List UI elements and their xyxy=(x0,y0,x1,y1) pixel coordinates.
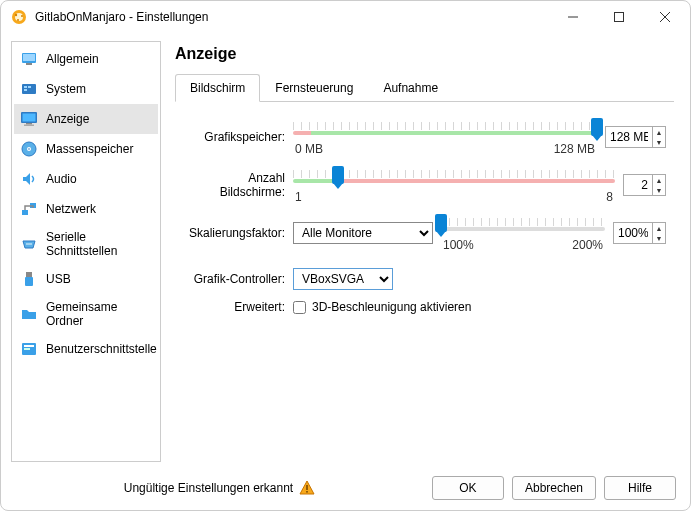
window-title: GitlabOnManjaro - Einstellungen xyxy=(35,10,550,24)
sidebar-item-general[interactable]: Allgemein xyxy=(14,44,158,74)
graphics-controller-select[interactable]: VBoxSVGA xyxy=(293,268,393,290)
video-memory-label: Grafikspeicher: xyxy=(183,130,293,144)
svg-rect-11 xyxy=(26,63,32,65)
spin-up-icon[interactable]: ▲ xyxy=(653,127,665,137)
sidebar-item-audio[interactable]: Audio xyxy=(14,164,158,194)
svg-rect-33 xyxy=(306,485,308,490)
extended-label: Erweitert: xyxy=(183,300,293,314)
sidebar-item-label: Gemeinsame Ordner xyxy=(46,300,152,328)
svg-rect-15 xyxy=(24,89,27,91)
scale-factor-spinner[interactable]: ▲▼ xyxy=(613,222,666,244)
help-button[interactable]: Hilfe xyxy=(604,476,676,500)
video-memory-max: 128 MB xyxy=(554,142,595,156)
sidebar-item-storage[interactable]: Massenspeicher xyxy=(14,134,158,164)
svg-rect-31 xyxy=(24,345,34,347)
scale-factor-slider[interactable] xyxy=(441,214,605,236)
video-memory-input[interactable] xyxy=(606,127,652,147)
display-icon xyxy=(20,110,38,128)
sidebar-item-system[interactable]: System xyxy=(14,74,158,104)
ok-button[interactable]: OK xyxy=(432,476,504,500)
network-icon xyxy=(20,200,38,218)
sidebar-item-shared-folders[interactable]: Gemeinsame Ordner xyxy=(14,294,158,334)
serial-icon xyxy=(20,235,38,253)
sidebar-item-label: Audio xyxy=(46,172,77,186)
tab-bar: Bildschirm Fernsteuerung Aufnahme xyxy=(175,73,674,102)
svg-rect-23 xyxy=(22,210,28,215)
spin-up-icon[interactable]: ▲ xyxy=(653,175,665,185)
video-memory-slider[interactable] xyxy=(293,118,597,140)
close-button[interactable] xyxy=(642,2,688,32)
svg-rect-34 xyxy=(306,491,308,493)
audio-icon xyxy=(20,170,38,188)
scale-max: 200% xyxy=(572,238,603,252)
titlebar: GitlabOnManjaro - Einstellungen xyxy=(1,1,690,33)
system-icon xyxy=(20,80,38,98)
svg-rect-14 xyxy=(28,86,31,88)
general-icon xyxy=(20,50,38,68)
svg-rect-6 xyxy=(615,13,624,22)
tab-screen[interactable]: Bildschirm xyxy=(175,74,260,102)
svg-point-22 xyxy=(28,148,30,150)
svg-point-3 xyxy=(21,15,23,17)
3d-accel-checkbox[interactable] xyxy=(293,301,306,314)
svg-rect-10 xyxy=(23,54,35,61)
sidebar-item-label: Anzeige xyxy=(46,112,89,126)
spin-down-icon[interactable]: ▼ xyxy=(653,233,665,243)
sidebar-item-label: System xyxy=(46,82,86,96)
svg-rect-28 xyxy=(26,272,32,277)
svg-rect-17 xyxy=(23,114,36,122)
monitor-count-label: Anzahl Bildschirme: xyxy=(183,171,293,199)
settings-sidebar: Allgemein System Anzeige Massenspeicher … xyxy=(11,41,161,462)
sidebar-item-network[interactable]: Netzwerk xyxy=(14,194,158,224)
sidebar-item-label: Massenspeicher xyxy=(46,142,133,156)
page-title: Anzeige xyxy=(175,45,674,63)
invalid-settings-message: Ungültige Einstellungen erkannt xyxy=(124,481,293,495)
maximize-button[interactable] xyxy=(596,2,642,32)
graphics-controller-label: Grafik-Controller: xyxy=(183,272,293,286)
svg-rect-32 xyxy=(24,348,30,350)
monitor-count-input[interactable] xyxy=(624,175,652,195)
svg-point-27 xyxy=(30,243,32,245)
spin-down-icon[interactable]: ▼ xyxy=(653,185,665,195)
svg-rect-29 xyxy=(25,277,33,286)
scale-factor-label: Skalierungsfaktor: xyxy=(183,226,293,240)
sidebar-item-label: Allgemein xyxy=(46,52,99,66)
sidebar-item-label: Netzwerk xyxy=(46,202,96,216)
minimize-button[interactable] xyxy=(550,2,596,32)
dialog-footer: Ungültige Einstellungen erkannt OK Abbre… xyxy=(1,466,690,510)
svg-rect-13 xyxy=(24,86,27,88)
scale-factor-input[interactable] xyxy=(614,223,652,243)
svg-point-25 xyxy=(26,243,28,245)
svg-point-2 xyxy=(15,14,17,16)
monitor-count-max: 8 xyxy=(606,190,613,204)
svg-rect-18 xyxy=(26,123,32,125)
monitor-count-spinner[interactable]: ▲▼ xyxy=(623,174,666,196)
svg-point-4 xyxy=(17,19,19,21)
scale-mid: 100% xyxy=(443,238,474,252)
usb-icon xyxy=(20,270,38,288)
sidebar-item-serial[interactable]: Serielle Schnittstellen xyxy=(14,224,158,264)
svg-point-26 xyxy=(28,243,30,245)
cancel-button[interactable]: Abbrechen xyxy=(512,476,596,500)
scale-monitor-select[interactable]: Alle Monitore xyxy=(293,222,433,244)
monitor-count-slider[interactable] xyxy=(293,166,615,188)
storage-icon xyxy=(20,140,38,158)
video-memory-spinner[interactable]: ▲▼ xyxy=(605,126,666,148)
interface-icon xyxy=(20,340,38,358)
app-icon xyxy=(11,9,27,25)
svg-rect-19 xyxy=(24,125,34,127)
sidebar-item-display[interactable]: Anzeige xyxy=(14,104,158,134)
warning-icon xyxy=(299,480,315,496)
sidebar-item-label: USB xyxy=(46,272,71,286)
spin-up-icon[interactable]: ▲ xyxy=(653,223,665,233)
video-memory-min: 0 MB xyxy=(295,142,323,156)
folder-icon xyxy=(20,305,38,323)
spin-down-icon[interactable]: ▼ xyxy=(653,137,665,147)
tab-remote[interactable]: Fernsteuerung xyxy=(260,74,368,102)
sidebar-item-label: Serielle Schnittstellen xyxy=(46,230,152,258)
sidebar-item-usb[interactable]: USB xyxy=(14,264,158,294)
monitor-count-min: 1 xyxy=(295,190,302,204)
tab-recording[interactable]: Aufnahme xyxy=(368,74,453,102)
3d-accel-label: 3D-Beschleunigung aktivieren xyxy=(312,300,471,314)
sidebar-item-interface[interactable]: Benutzerschnittstelle xyxy=(14,334,158,364)
